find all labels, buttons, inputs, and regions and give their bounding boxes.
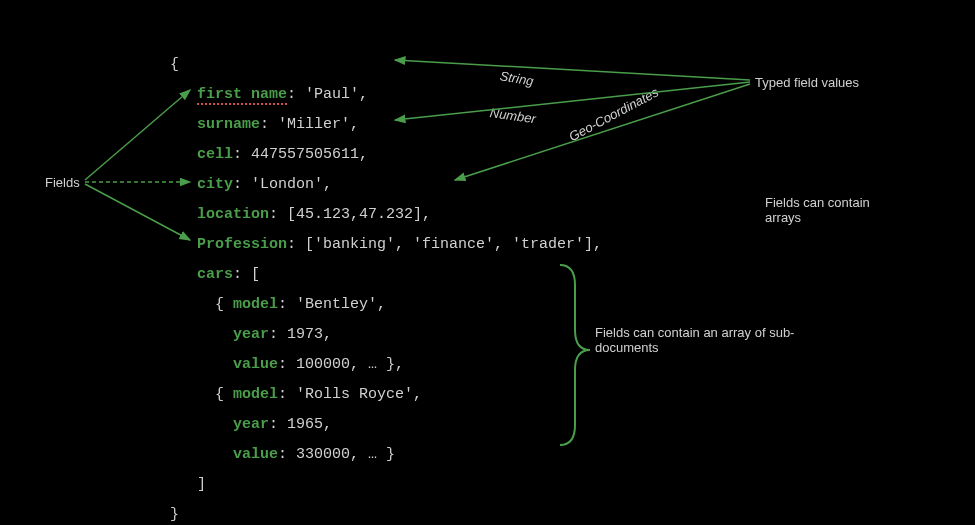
car1-model-key: model: [233, 296, 278, 313]
cars-key: cars: [197, 266, 233, 283]
location-key: location: [197, 206, 269, 223]
city-key: city: [197, 176, 233, 193]
document-code: { first name: 'Paul', surname: 'Miller',…: [170, 20, 602, 525]
car2-year-key: year: [233, 416, 269, 433]
cell-key: cell: [197, 146, 233, 163]
open-brace: {: [170, 56, 179, 73]
profession-key: Profession: [197, 236, 287, 253]
fields-label: Fields: [45, 175, 80, 190]
close-bracket: ]: [197, 476, 206, 493]
typed-values-label: Typed field values: [755, 75, 859, 90]
surname-key: surname: [197, 116, 260, 133]
first-name-key: first name: [197, 86, 287, 105]
car2-model-key: model: [233, 386, 278, 403]
close-brace: }: [170, 506, 179, 523]
cell-value: 447557505611: [251, 146, 359, 163]
subdoc-note: Fields can contain an array of sub-docum…: [595, 325, 815, 355]
city-value: 'London': [251, 176, 323, 193]
location-value: [45.123,47.232]: [287, 206, 422, 223]
first-name-value: 'Paul': [305, 86, 359, 103]
profession-value: ['banking', 'finance', 'trader']: [305, 236, 593, 253]
surname-value: 'Miller': [278, 116, 350, 133]
car1-year-key: year: [233, 326, 269, 343]
car2-value-key: value: [233, 446, 278, 463]
car1-value-key: value: [233, 356, 278, 373]
arrays-note: Fields can contain arrays: [765, 195, 905, 225]
